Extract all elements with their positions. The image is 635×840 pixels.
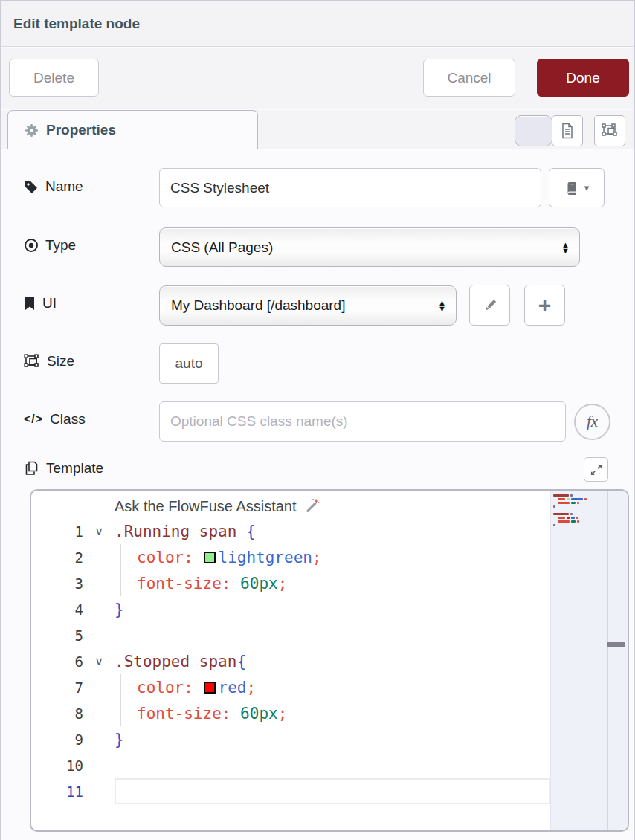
code-line[interactable]: 3font-size: 60px; [31, 570, 550, 596]
select-arrows-icon: ▲▼ [438, 300, 446, 311]
code-line[interactable]: 6∨.Stopped span{ [31, 648, 550, 674]
name-input[interactable] [159, 168, 541, 207]
line-number: 11 [31, 784, 83, 800]
dialog-button-row: Delete Cancel Done [1, 48, 634, 109]
code-line[interactable]: 10 [31, 752, 550, 778]
expand-editor-button[interactable] [584, 457, 608, 482]
code-token: 60px [240, 705, 278, 723]
code-token: ; [278, 705, 288, 723]
code-token: } [115, 601, 124, 618]
ui-select[interactable]: My Dashboard [/dashboard] ▲▼ [159, 285, 457, 326]
tab-strip: Properties [1, 110, 634, 149]
delete-button[interactable]: Delete [9, 59, 99, 97]
code-token [193, 679, 203, 697]
minimap-bar [558, 520, 570, 523]
minimap-bar [577, 502, 579, 504]
tab-properties[interactable]: Properties [7, 110, 258, 149]
appearance-section-button[interactable] [594, 115, 625, 146]
done-button[interactable]: Done [537, 59, 629, 97]
edit-template-node-dialog: Edit template node Delete Cancel Done Pr… [0, 0, 635, 840]
name-field-label-text: Name [45, 178, 83, 195]
template-field-label-text: Template [46, 460, 103, 476]
code-token [193, 549, 203, 566]
code-token: .Running span [115, 523, 246, 540]
code-lines: 1∨.Running span {2color: lightgreen;3fon… [31, 518, 550, 804]
fold-icon[interactable]: ∨ [83, 524, 115, 538]
minimap-bar [567, 517, 570, 519]
code-icon: </> [24, 413, 43, 426]
minimap-line [553, 531, 587, 534]
line-number: 1 [31, 523, 83, 540]
class-field-label-text: Class [50, 411, 86, 427]
minimap-bar [571, 502, 576, 504]
minimap-bar [571, 498, 583, 500]
minimap-bar [553, 505, 555, 508]
code-text: } [115, 596, 550, 622]
code-text: .Running span { [115, 518, 550, 544]
code-token: { [236, 653, 246, 671]
size-button[interactable]: auto [159, 343, 219, 384]
code-line[interactable]: 2color: lightgreen; [31, 544, 550, 570]
template-field-label: Template [24, 460, 103, 476]
minimap-bar [558, 502, 570, 504]
size-field-label-text: Size [47, 353, 74, 369]
line-number: 5 [31, 627, 83, 644]
dialog-title: Edit template node [13, 16, 140, 32]
minimap-bar [571, 517, 575, 519]
code-text: font-size: 60px; [115, 570, 550, 596]
properties-section-button[interactable] [515, 115, 552, 146]
edit-ui-button[interactable] [469, 285, 510, 326]
editor-minimap[interactable] [550, 491, 628, 830]
line-number: 2 [31, 549, 83, 566]
plus-icon: + [538, 293, 552, 318]
code-token: font-size: [137, 705, 231, 723]
code-text [115, 752, 550, 778]
minimap-bar [553, 524, 555, 526]
ui-field-label-text: UI [42, 295, 57, 311]
type-field-label-text: Type [45, 237, 76, 253]
code-line[interactable]: 4} [31, 596, 550, 622]
cancel-button[interactable]: Cancel [423, 59, 515, 97]
minimap-bar [558, 517, 565, 519]
ui-select-value: My Dashboard [/dashboard] [171, 297, 345, 314]
code-line[interactable]: 7color: red; [31, 674, 550, 700]
minimap-bar [558, 498, 565, 500]
library-button[interactable]: ▾ [549, 168, 605, 207]
code-line[interactable]: 1∨.Running span { [31, 518, 550, 544]
code-token: color: [137, 679, 193, 697]
add-ui-button[interactable]: + [524, 285, 565, 326]
description-section-button[interactable] [552, 115, 583, 146]
expand-icon [590, 463, 603, 476]
code-line[interactable]: 5 [31, 622, 550, 648]
code-token: ; [312, 549, 322, 566]
type-select[interactable]: CSS (All Pages) ▲▼ [159, 227, 580, 267]
code-token [231, 575, 240, 592]
minimap-bar [553, 494, 569, 497]
code-token: font-size: [137, 575, 231, 592]
line-number: 4 [31, 601, 83, 618]
code-line[interactable]: 8font-size: 60px; [31, 700, 550, 726]
code-text [115, 778, 550, 804]
line-number: 6 [31, 653, 83, 670]
code-line[interactable]: 9} [31, 726, 550, 752]
template-code-editor[interactable]: Ask the FlowFuse Assistant 1∨.Running sp… [30, 489, 629, 832]
copy-icon [24, 460, 39, 476]
code-token: color: [137, 549, 193, 566]
code-token: 60px [240, 575, 278, 592]
class-input[interactable] [159, 401, 566, 442]
fx-icon: fx [587, 413, 598, 431]
color-swatch-icon[interactable] [204, 552, 216, 563]
scrollbar-thumb[interactable] [607, 642, 625, 647]
minimap-bar [553, 513, 569, 515]
code-line[interactable]: 11 [31, 778, 550, 804]
minimap-bar [577, 520, 579, 523]
line-number: 9 [31, 731, 83, 748]
size-field-label: Size [24, 353, 74, 369]
name-field-label: Name [24, 178, 83, 195]
fold-icon[interactable]: ∨ [83, 654, 115, 668]
assistant-placeholder[interactable]: Ask the FlowFuse Assistant [115, 497, 320, 515]
fx-button[interactable]: fx [574, 404, 610, 440]
color-swatch-icon[interactable] [204, 682, 216, 694]
code-token: { [246, 523, 256, 540]
code-token [231, 705, 240, 723]
